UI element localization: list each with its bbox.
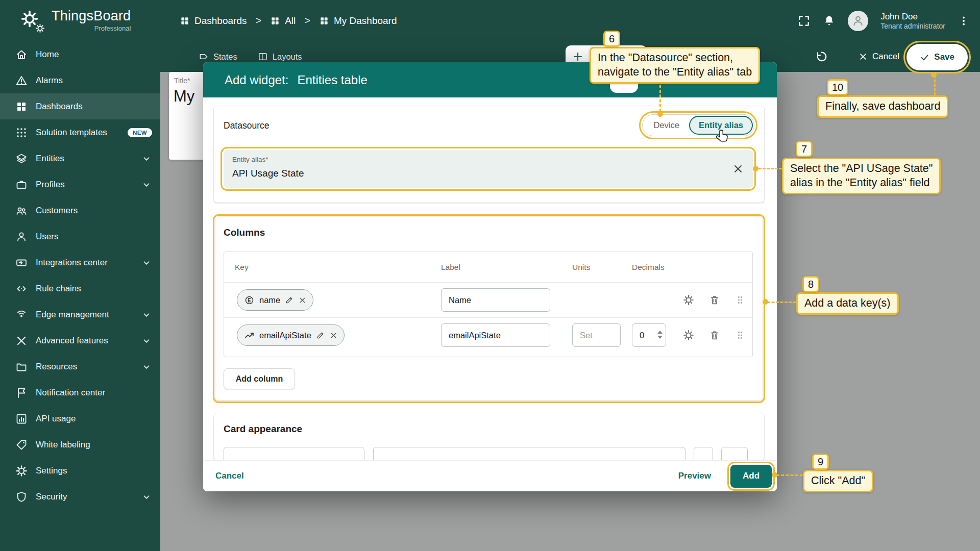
sidebar-item-label: Notification center: [36, 388, 105, 398]
entity-alias-field-label: Entity alias*: [232, 156, 268, 163]
column-header-key: Key: [235, 252, 249, 282]
sidebar-item-solution-templates[interactable]: Solution templates NEW: [0, 119, 160, 145]
breadcrumb-dashboards[interactable]: Dashboards: [180, 15, 247, 27]
drag-handle-icon[interactable]: [734, 330, 746, 341]
delete-key-trash-icon[interactable]: [709, 330, 720, 341]
sidebar-item-entities[interactable]: Entities: [0, 145, 160, 171]
entity-alias-field-value: API Usage State: [232, 168, 304, 179]
annotation-target-dot: [763, 299, 768, 305]
remove-key-icon[interactable]: [299, 296, 306, 304]
edit-pencil-icon[interactable]: [285, 295, 294, 305]
appearance-field[interactable]: [694, 447, 713, 460]
sidebar-item-home[interactable]: Home: [0, 41, 160, 67]
dialog-title-prefix: Add widget:: [225, 73, 288, 87]
entity-alias-field[interactable]: Entity alias* API Usage State: [224, 150, 753, 188]
device-tab[interactable]: Device: [644, 116, 689, 135]
sidebar-item-api-usage[interactable]: API usage: [0, 406, 160, 432]
chevron-down-icon: [141, 361, 152, 372]
annotation-target-dot: [753, 166, 758, 171]
sidebar-item-label: Settings: [36, 466, 67, 476]
sidebar-item-label: API usage: [36, 414, 76, 424]
annotation-connector: [776, 474, 803, 476]
columns-section: Columns Key Label Units Decimals name: [215, 217, 763, 400]
mouse-cursor-icon: [715, 129, 730, 144]
chevron-down-icon: [141, 491, 152, 503]
sidebar-item-dashboards[interactable]: Dashboards: [0, 93, 160, 119]
sidebar-item-users[interactable]: Users: [0, 223, 160, 249]
add-widget-confirm-button[interactable]: Add: [730, 465, 772, 488]
drag-handle-icon[interactable]: [734, 294, 746, 306]
appearance-field[interactable]: [721, 447, 748, 460]
add-column-button[interactable]: Add column: [224, 368, 295, 389]
annotation-step-badge: 6: [603, 31, 620, 47]
brand-tier: Professional: [52, 24, 131, 32]
avatar[interactable]: [848, 11, 868, 31]
fullscreen-icon[interactable]: [797, 14, 811, 28]
data-key-chip-name[interactable]: name: [237, 289, 313, 311]
cancel-dashboard-button[interactable]: Cancel: [859, 41, 899, 72]
annotation-target-dot: [931, 72, 937, 78]
sidebar-item-security[interactable]: Security: [0, 484, 160, 510]
sidebar-item-label: Edge management: [36, 310, 109, 320]
decimals-stepper[interactable]: 0: [632, 323, 666, 347]
stepper-down-icon[interactable]: [657, 336, 663, 339]
kebab-menu-icon[interactable]: [958, 15, 970, 27]
user-name: John Doe: [880, 11, 945, 22]
chart-box-icon: [15, 413, 28, 425]
datasource-section: Datasource Device Entity alias Entity al…: [214, 106, 764, 203]
sidebar-item-label: Alarms: [36, 76, 63, 86]
layouts-tab[interactable]: Layouts: [258, 52, 302, 62]
data-key-chip-emailapistate[interactable]: emailApiState: [237, 324, 345, 346]
breadcrumb-all[interactable]: All: [270, 15, 296, 27]
sidebar-item-label: Rule chains: [36, 284, 81, 294]
sidebar-item-integrations-center[interactable]: Integrations center: [0, 249, 160, 276]
person-icon: [851, 14, 865, 28]
sidebar-item-edge-management[interactable]: Edge management: [0, 302, 160, 328]
dialog-cancel-button[interactable]: Cancel: [215, 471, 244, 481]
card-appearance-section: Card appearance: [214, 413, 764, 460]
appearance-field[interactable]: [373, 447, 685, 460]
sidebar-item-profiles[interactable]: Profiles: [0, 171, 160, 197]
tag-icon: [15, 439, 28, 451]
edit-pencil-icon[interactable]: [316, 331, 325, 340]
sidebar-item-advanced-features[interactable]: Advanced features: [0, 328, 160, 354]
briefcase-icon: [15, 179, 28, 191]
units-input[interactable]: Set: [572, 323, 621, 347]
app-logo[interactable]: ThingsBoard Professional: [0, 0, 160, 41]
column-header-units: Units: [572, 252, 590, 282]
user-info[interactable]: John Doe Tenant administrator: [880, 11, 945, 30]
sidebar-item-notification-center[interactable]: Notification center: [0, 380, 160, 406]
gear-icon: [15, 465, 28, 477]
delete-key-trash-icon[interactable]: [709, 294, 720, 306]
sidebar-item-resources[interactable]: Resources: [0, 354, 160, 380]
datasource-type-toggle: Device Entity alias: [642, 114, 754, 136]
timeseries-trend-icon: [244, 330, 255, 341]
chevron-down-icon: [141, 179, 152, 190]
clear-alias-icon[interactable]: [732, 163, 744, 174]
columns-icon: [258, 52, 268, 62]
sidebar-item-alarms[interactable]: Alarms: [0, 67, 160, 93]
preview-button[interactable]: Preview: [678, 471, 711, 481]
sidebar-item-white-labeling[interactable]: White labeling: [0, 432, 160, 458]
label-input[interactable]: emailApiState: [441, 323, 550, 347]
label-input[interactable]: Name: [441, 288, 550, 312]
sidebar-item-rule-chains[interactable]: Rule chains: [0, 276, 160, 302]
appearance-field[interactable]: [224, 447, 364, 460]
sidebar-item-customers[interactable]: Customers: [0, 197, 160, 223]
breadcrumb-separator: >: [255, 15, 261, 27]
brand-name: ThingsBoard: [52, 9, 131, 23]
title-field-value: My: [174, 87, 194, 106]
annotation-callout: Select the "API USage State" alias in th…: [782, 158, 941, 194]
stepper-up-icon[interactable]: [657, 331, 663, 334]
history-icon[interactable]: [815, 50, 828, 63]
notifications-bell-icon[interactable]: [823, 14, 836, 27]
save-dashboard-button[interactable]: Save: [906, 44, 968, 70]
key-settings-gear-icon[interactable]: [683, 330, 694, 341]
dialog-body: Datasource Device Entity alias Entity al…: [203, 97, 777, 460]
key-settings-gear-icon[interactable]: [683, 294, 694, 306]
remove-key-icon[interactable]: [330, 332, 337, 339]
sidebar-item-settings[interactable]: Settings: [0, 458, 160, 484]
breadcrumb-my-dashboard[interactable]: My Dashboard: [319, 15, 397, 27]
states-tab[interactable]: States: [199, 52, 237, 62]
people-icon: [15, 205, 28, 217]
